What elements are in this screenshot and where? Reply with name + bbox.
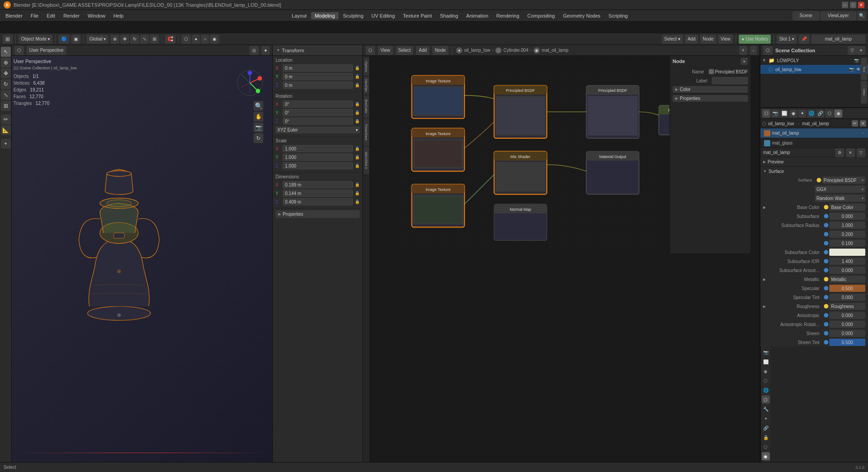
sheen-tint-input[interactable]: 0.500 xyxy=(829,339,865,346)
machina-tab[interactable]: MACHINA 3 xyxy=(364,147,369,174)
subsurface-input[interactable]: 0.000 xyxy=(829,213,865,220)
node-node-menu[interactable]: Node xyxy=(432,46,448,55)
node-properties-expand-btn[interactable]: ▶ Properties xyxy=(673,95,748,102)
rotation-y-input[interactable] xyxy=(283,109,353,116)
menu-shading[interactable]: Shading xyxy=(436,12,461,19)
mat-props-output-btn[interactable]: ⬜ xyxy=(780,109,788,118)
mat-props-viewport-btn[interactable]: ◉ xyxy=(789,109,797,118)
material-object-name[interactable]: oil_lamp_low xyxy=(768,121,794,126)
menu-layout-mode[interactable]: Layout xyxy=(288,12,310,19)
sheen-input[interactable]: 0.000 xyxy=(829,330,865,337)
subsurface-r3-input[interactable]: 0.100 xyxy=(829,240,865,247)
active-material[interactable]: mat_oil_lamp xyxy=(811,35,865,44)
surface-header[interactable]: ▼ Surface xyxy=(760,167,868,176)
viewport-shading-btn[interactable]: ● xyxy=(262,46,270,55)
boxcutter-tab[interactable]: BoxCutter xyxy=(364,95,369,118)
measure-tool-btn[interactable]: 📐 xyxy=(1,125,11,135)
menu-file[interactable]: File xyxy=(27,12,42,19)
props-material-icon[interactable]: ◉ xyxy=(762,452,770,460)
subsurface-method-selector[interactable]: Random Walk ▾ xyxy=(815,195,866,202)
bc-cylinder[interactable]: Cylinder.004 xyxy=(503,48,529,53)
transform-tool[interactable]: ⊞ xyxy=(150,35,159,44)
node-menu[interactable]: Node xyxy=(700,35,716,44)
viewport-canvas[interactable]: User Perspective (1) Scene Collection | … xyxy=(12,56,272,462)
lock-sz-icon[interactable]: 🔒 xyxy=(355,163,360,168)
options-tab[interactable]: Options xyxy=(364,58,369,76)
outliner-restrict-render2[interactable]: 📷 xyxy=(849,67,854,72)
outliner-item-lowpoly[interactable]: ▼ 📁 LOWPOLY 📷 👁 xyxy=(760,56,868,65)
lock-sx-icon[interactable]: 🔒 xyxy=(355,146,360,151)
location-x-input[interactable] xyxy=(283,64,353,72)
slot-selector[interactable]: Slot 1 ▾ xyxy=(777,35,797,44)
transform-tool-btn[interactable]: ⊞ xyxy=(1,101,11,111)
viewport-gizmo[interactable] xyxy=(236,69,263,96)
lock-rz-icon[interactable]: 🔒 xyxy=(355,119,360,123)
outliner-filter-btn[interactable]: ▽ xyxy=(848,46,857,55)
move-tool-btn[interactable]: ✥ xyxy=(1,68,11,78)
subsurface-r2-input[interactable]: 0.200 xyxy=(829,231,865,238)
editor-type-button[interactable]: ⊞ xyxy=(3,35,13,44)
view-tab[interactable]: View xyxy=(861,81,867,104)
mat-props-particle-btn[interactable]: ✦ xyxy=(798,109,806,118)
select-type[interactable]: Select ▾ xyxy=(662,35,683,44)
menu-modeling-active[interactable]: Modeling xyxy=(311,12,339,19)
bc-material[interactable]: mat_oil_lamp xyxy=(542,48,568,53)
roughness-selector[interactable]: Roughness xyxy=(829,303,865,310)
lock-dy-icon[interactable]: 🔒 xyxy=(355,191,360,195)
outliner-restrict-view2[interactable]: 👁 xyxy=(856,67,860,72)
props-collapse-icon[interactable]: ▼ xyxy=(276,48,280,52)
node-view-menu[interactable]: View xyxy=(378,46,393,55)
outliner-restrict-render[interactable]: 📷 xyxy=(854,58,859,63)
render-mode[interactable]: ◉ xyxy=(210,35,219,44)
base-color-expand[interactable]: ▶ xyxy=(763,205,767,209)
distribution-selector[interactable]: GGX ▾ xyxy=(815,186,866,193)
scale-tool-btn[interactable]: ⤡ xyxy=(1,90,11,100)
props-physics-icon[interactable]: 🔗 xyxy=(762,424,770,432)
menu-scripting[interactable]: Scripting xyxy=(605,12,632,19)
scale-x-input[interactable] xyxy=(283,145,353,152)
sub-ior-input[interactable]: 1.400 xyxy=(829,258,865,265)
location-z-input[interactable] xyxy=(283,82,353,89)
outliner-item-oil-lamp[interactable]: ⬡ oil_lamp_low 📷 👁 ◉ xyxy=(760,65,868,74)
add-primitive-btn[interactable]: + xyxy=(1,139,11,149)
location-y-input[interactable] xyxy=(283,73,353,80)
snap-button[interactable]: 🧲 xyxy=(165,35,176,44)
pan-btn[interactable]: ✋ xyxy=(253,112,263,122)
tool-tab[interactable]: Tool xyxy=(861,58,867,80)
node-color-btn[interactable]: ▶ Color xyxy=(673,86,748,93)
menu-texture-paint[interactable]: Texture Paint xyxy=(399,12,435,19)
node-props-add[interactable]: + xyxy=(741,58,748,65)
cursor-tool[interactable]: ⊕ xyxy=(110,35,119,44)
props-particles-icon[interactable]: ✦ xyxy=(762,414,770,422)
global-transform[interactable]: Global ▾ xyxy=(86,35,108,44)
lock-y-icon[interactable]: 🔒 xyxy=(355,74,360,79)
props-view-icon[interactable]: ◉ xyxy=(762,367,770,375)
select-tool[interactable]: ↖ xyxy=(1,47,11,57)
menu-window[interactable]: Window xyxy=(84,12,109,19)
rotate-tool[interactable]: ↻ xyxy=(130,35,139,44)
aniso-rot-input[interactable]: 0.000 xyxy=(829,321,865,328)
props-modifiers-icon[interactable]: 🔧 xyxy=(762,405,770,413)
menu-animation[interactable]: Animation xyxy=(463,12,492,19)
lock-dx-icon[interactable]: 🔒 xyxy=(355,182,360,187)
rotation-mode-selector[interactable]: XYZ Euler ▾ xyxy=(276,127,360,133)
minimize-button[interactable]: ─ xyxy=(842,2,848,8)
mat-props-render-btn[interactable]: 📷 xyxy=(771,109,779,118)
menu-blender[interactable]: Blender xyxy=(2,12,26,19)
menu-render[interactable]: Render xyxy=(60,12,83,19)
viewport-overlays[interactable]: 🔵 xyxy=(59,35,69,44)
outliner-type-btn[interactable]: ⬡ xyxy=(763,46,773,55)
subsurface-radius-input[interactable]: 1.000 xyxy=(829,222,865,229)
metallic-selector[interactable]: Metallic xyxy=(829,276,865,283)
sub-aniso-input[interactable]: 0.000 xyxy=(829,267,865,274)
xray-toggle[interactable]: ▣ xyxy=(71,35,81,44)
material-edit-btn[interactable]: ✏ xyxy=(852,120,858,127)
mat-settings-btn[interactable]: ⚙ xyxy=(835,148,844,157)
hardops-tab[interactable]: HardOps xyxy=(364,77,369,95)
bc-lamp[interactable]: oil_lamp_low xyxy=(464,48,490,53)
specular-tint-input[interactable]: 0.000 xyxy=(829,294,865,301)
node-editor-type-btn[interactable]: ⬡ xyxy=(366,46,375,55)
lock-ry-icon[interactable]: 🔒 xyxy=(355,110,360,115)
props-output-icon[interactable]: ⬜ xyxy=(762,358,770,366)
move-tool[interactable]: ✥ xyxy=(120,35,129,44)
